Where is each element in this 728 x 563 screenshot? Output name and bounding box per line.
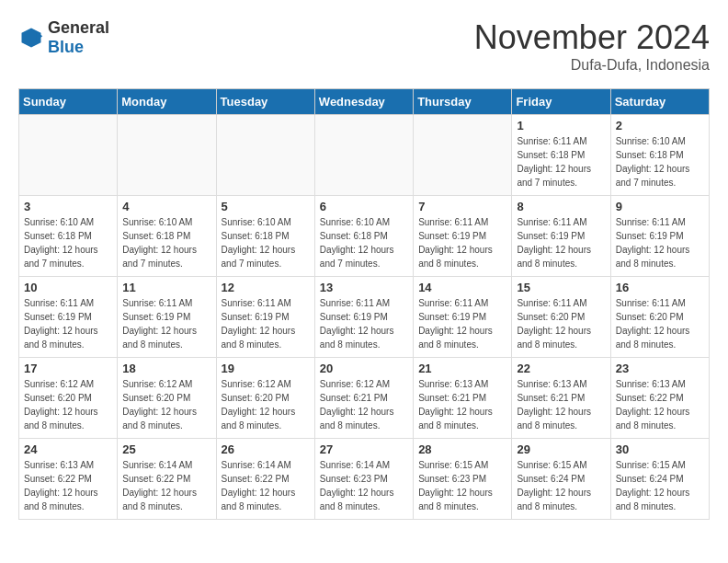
calendar-cell-2-5: 15 Sunrise: 6:11 AM Sunset: 6:20 PM Dayl… [512, 277, 610, 358]
day-number: 14 [418, 281, 506, 294]
day-detail: Sunrise: 6:10 AM Sunset: 6:18 PM Dayligh… [616, 136, 690, 188]
month-title: November 2024 [474, 18, 710, 57]
day-number: 28 [418, 442, 506, 456]
day-detail: Sunrise: 6:11 AM Sunset: 6:19 PM Dayligh… [122, 298, 197, 350]
logo-text-blue: Blue [48, 38, 84, 56]
calendar-cell-0-6: 2 Sunrise: 6:10 AM Sunset: 6:18 PM Dayli… [610, 115, 709, 196]
day-number: 8 [517, 200, 605, 213]
day-number: 25 [122, 442, 210, 456]
day-detail: Sunrise: 6:15 AM Sunset: 6:24 PM Dayligh… [616, 460, 690, 511]
day-detail: Sunrise: 6:14 AM Sunset: 6:23 PM Dayligh… [320, 460, 394, 511]
calendar-cell-1-5: 8 Sunrise: 6:11 AM Sunset: 6:19 PM Dayli… [512, 196, 610, 277]
day-detail: Sunrise: 6:13 AM Sunset: 6:21 PM Dayligh… [517, 379, 591, 431]
calendar-cell-2-2: 12 Sunrise: 6:11 AM Sunset: 6:19 PM Dayl… [216, 277, 314, 358]
day-detail: Sunrise: 6:11 AM Sunset: 6:19 PM Dayligh… [418, 217, 493, 269]
day-number: 5 [222, 200, 310, 213]
day-number: 23 [616, 362, 704, 375]
day-number: 9 [616, 200, 704, 213]
calendar-cell-0-0 [19, 115, 118, 196]
calendar-cell-4-0: 24 Sunrise: 6:13 AM Sunset: 6:22 PM Dayl… [19, 439, 118, 520]
day-detail: Sunrise: 6:10 AM Sunset: 6:18 PM Dayligh… [122, 217, 197, 269]
title-area: November 2024 Dufa-Dufa, Indonesia [474, 18, 710, 74]
calendar-cell-0-5: 1 Sunrise: 6:11 AM Sunset: 6:18 PM Dayli… [512, 115, 610, 196]
calendar-cell-4-5: 29 Sunrise: 6:15 AM Sunset: 6:24 PM Dayl… [512, 439, 610, 520]
day-detail: Sunrise: 6:14 AM Sunset: 6:22 PM Dayligh… [122, 460, 197, 511]
weekday-header-thursday: Thursday [414, 89, 512, 115]
calendar-cell-3-6: 23 Sunrise: 6:13 AM Sunset: 6:22 PM Dayl… [610, 358, 709, 439]
day-number: 1 [517, 119, 605, 132]
day-detail: Sunrise: 6:11 AM Sunset: 6:19 PM Dayligh… [320, 298, 394, 350]
day-detail: Sunrise: 6:11 AM Sunset: 6:18 PM Dayligh… [517, 136, 591, 188]
day-number: 27 [320, 442, 408, 456]
day-detail: Sunrise: 6:15 AM Sunset: 6:24 PM Dayligh… [517, 460, 591, 511]
calendar-cell-0-3 [314, 115, 413, 196]
day-number: 16 [616, 281, 704, 294]
weekday-header-row: SundayMondayTuesdayWednesdayThursdayFrid… [19, 89, 710, 115]
logo-icon [18, 25, 44, 51]
weekday-header-tuesday: Tuesday [216, 89, 314, 115]
weekday-header-wednesday: Wednesday [314, 89, 413, 115]
day-detail: Sunrise: 6:13 AM Sunset: 6:22 PM Dayligh… [616, 379, 690, 431]
calendar-cell-4-3: 27 Sunrise: 6:14 AM Sunset: 6:23 PM Dayl… [314, 439, 413, 520]
day-detail: Sunrise: 6:12 AM Sunset: 6:20 PM Dayligh… [222, 379, 296, 431]
day-detail: Sunrise: 6:13 AM Sunset: 6:21 PM Dayligh… [418, 379, 493, 431]
day-number: 12 [222, 281, 310, 294]
weekday-header-sunday: Sunday [19, 89, 118, 115]
day-number: 18 [122, 362, 210, 375]
day-detail: Sunrise: 6:12 AM Sunset: 6:21 PM Dayligh… [320, 379, 394, 431]
day-number: 11 [122, 281, 210, 294]
day-detail: Sunrise: 6:12 AM Sunset: 6:20 PM Dayligh… [24, 379, 98, 431]
day-detail: Sunrise: 6:12 AM Sunset: 6:20 PM Dayligh… [122, 379, 197, 431]
calendar-cell-1-0: 3 Sunrise: 6:10 AM Sunset: 6:18 PM Dayli… [19, 196, 118, 277]
day-detail: Sunrise: 6:11 AM Sunset: 6:19 PM Dayligh… [517, 217, 591, 269]
calendar-cell-1-2: 5 Sunrise: 6:10 AM Sunset: 6:18 PM Dayli… [216, 196, 314, 277]
day-detail: Sunrise: 6:11 AM Sunset: 6:19 PM Dayligh… [418, 298, 493, 350]
calendar-cell-4-2: 26 Sunrise: 6:14 AM Sunset: 6:22 PM Dayl… [216, 439, 314, 520]
weekday-header-saturday: Saturday [610, 89, 709, 115]
day-number: 26 [222, 442, 310, 456]
calendar-week-2: 10 Sunrise: 6:11 AM Sunset: 6:19 PM Dayl… [19, 277, 710, 358]
day-detail: Sunrise: 6:10 AM Sunset: 6:18 PM Dayligh… [24, 217, 98, 269]
day-number: 29 [517, 442, 605, 456]
calendar-cell-0-2 [216, 115, 314, 196]
calendar-cell-4-6: 30 Sunrise: 6:15 AM Sunset: 6:24 PM Dayl… [610, 439, 709, 520]
logo: General Blue [18, 18, 109, 57]
day-detail: Sunrise: 6:10 AM Sunset: 6:18 PM Dayligh… [222, 217, 296, 269]
day-detail: Sunrise: 6:10 AM Sunset: 6:18 PM Dayligh… [320, 217, 394, 269]
logo-text-general: General [48, 18, 109, 37]
calendar-cell-4-4: 28 Sunrise: 6:15 AM Sunset: 6:23 PM Dayl… [414, 439, 512, 520]
calendar-cell-0-1 [118, 115, 216, 196]
location-title: Dufa-Dufa, Indonesia [474, 57, 710, 74]
calendar-cell-3-0: 17 Sunrise: 6:12 AM Sunset: 6:20 PM Dayl… [19, 358, 118, 439]
day-detail: Sunrise: 6:11 AM Sunset: 6:19 PM Dayligh… [24, 298, 98, 350]
day-number: 3 [24, 200, 112, 213]
day-detail: Sunrise: 6:11 AM Sunset: 6:20 PM Dayligh… [517, 298, 591, 350]
calendar-cell-3-1: 18 Sunrise: 6:12 AM Sunset: 6:20 PM Dayl… [118, 358, 216, 439]
day-number: 7 [418, 200, 506, 213]
day-number: 24 [24, 442, 112, 456]
calendar-cell-2-3: 13 Sunrise: 6:11 AM Sunset: 6:19 PM Dayl… [314, 277, 413, 358]
day-detail: Sunrise: 6:11 AM Sunset: 6:20 PM Dayligh… [616, 298, 690, 350]
day-number: 10 [24, 281, 112, 294]
weekday-header-monday: Monday [118, 89, 216, 115]
page-header: General Blue November 2024 Dufa-Dufa, In… [18, 18, 710, 74]
calendar-body: 1 Sunrise: 6:11 AM Sunset: 6:18 PM Dayli… [19, 115, 710, 520]
calendar-week-3: 17 Sunrise: 6:12 AM Sunset: 6:20 PM Dayl… [19, 358, 710, 439]
calendar-cell-1-1: 4 Sunrise: 6:10 AM Sunset: 6:18 PM Dayli… [118, 196, 216, 277]
calendar-cell-3-2: 19 Sunrise: 6:12 AM Sunset: 6:20 PM Dayl… [216, 358, 314, 439]
day-number: 20 [320, 362, 408, 375]
calendar-cell-2-0: 10 Sunrise: 6:11 AM Sunset: 6:19 PM Dayl… [19, 277, 118, 358]
calendar-cell-1-3: 6 Sunrise: 6:10 AM Sunset: 6:18 PM Dayli… [314, 196, 413, 277]
day-number: 17 [24, 362, 112, 375]
day-number: 19 [222, 362, 310, 375]
day-number: 2 [616, 119, 704, 132]
calendar-cell-2-1: 11 Sunrise: 6:11 AM Sunset: 6:19 PM Dayl… [118, 277, 216, 358]
day-detail: Sunrise: 6:13 AM Sunset: 6:22 PM Dayligh… [24, 460, 98, 511]
day-detail: Sunrise: 6:14 AM Sunset: 6:22 PM Dayligh… [222, 460, 296, 511]
day-number: 6 [320, 200, 408, 213]
calendar-cell-2-4: 14 Sunrise: 6:11 AM Sunset: 6:19 PM Dayl… [414, 277, 512, 358]
calendar-cell-4-1: 25 Sunrise: 6:14 AM Sunset: 6:22 PM Dayl… [118, 439, 216, 520]
calendar-cell-3-3: 20 Sunrise: 6:12 AM Sunset: 6:21 PM Dayl… [314, 358, 413, 439]
calendar-week-1: 3 Sunrise: 6:10 AM Sunset: 6:18 PM Dayli… [19, 196, 710, 277]
calendar-cell-1-6: 9 Sunrise: 6:11 AM Sunset: 6:19 PM Dayli… [610, 196, 709, 277]
